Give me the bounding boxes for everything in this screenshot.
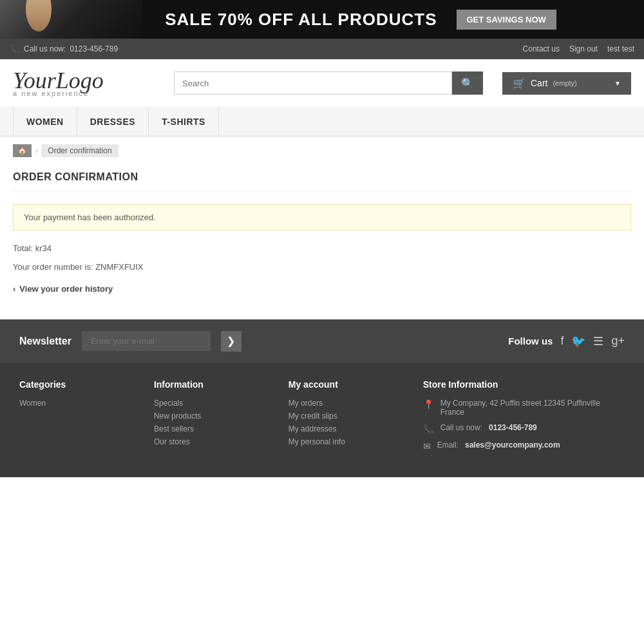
- chevron-down-icon: ▼: [614, 80, 621, 87]
- footer-link-addresses[interactable]: My addresses: [289, 424, 423, 433]
- footer-link-best-sellers[interactable]: Best sellers: [154, 424, 289, 433]
- nav-item-tshirts[interactable]: T-SHIRTS: [149, 108, 219, 136]
- logo-text[interactable]: YourLogo: [13, 69, 155, 92]
- footer-link-new-products[interactable]: New products: [154, 412, 289, 421]
- newsletter-submit-button[interactable]: ❯: [221, 331, 242, 352]
- breadcrumb-home-button[interactable]: 🏠: [13, 144, 32, 157]
- footer-myaccount-title: My account: [289, 379, 423, 390]
- logo-sub: a new experience: [13, 90, 155, 97]
- footer-link-our-stores[interactable]: Our stores: [154, 437, 289, 446]
- phone-icon: 📞: [423, 424, 434, 434]
- footer-link-personal-info[interactable]: My personal info: [289, 437, 423, 446]
- cart-area: 🛒 Cart (empty) ▼: [502, 72, 631, 95]
- sign-out-link[interactable]: Sign out: [569, 44, 598, 53]
- store-email-label: Email:: [437, 440, 459, 450]
- contact-us-link[interactable]: Contact us: [523, 44, 560, 53]
- rss-icon[interactable]: ☰: [593, 334, 603, 348]
- cart-label: Cart: [531, 78, 547, 88]
- phone-label: Call us now:: [24, 44, 66, 53]
- chevron-left-icon: ‹: [13, 284, 15, 294]
- footer-link-women[interactable]: Women: [19, 399, 154, 408]
- total-label: Total:: [13, 243, 33, 253]
- breadcrumb: 🏠 › Order confirmation: [0, 137, 644, 165]
- store-address-item: 📍 My Company, 42 Puffin street 12345 Puf…: [423, 399, 625, 417]
- store-phone-item: 📞 Call us now: 0123-456-789: [423, 423, 625, 434]
- logo-area: YourLogo a new experience: [13, 69, 155, 97]
- googleplus-icon[interactable]: g+: [611, 334, 625, 348]
- nav-item-dresses[interactable]: DRESSES: [77, 108, 149, 136]
- footer-store-title: Store Information: [423, 379, 625, 390]
- footer-store-info-col: Store Information 📍 My Company, 42 Puffi…: [423, 379, 625, 458]
- banner-cta-button[interactable]: GET SAVINGS NOW: [457, 10, 556, 30]
- phone-icon: 📞: [10, 44, 20, 54]
- main-nav: WOMEN DRESSES T-SHIRTS: [0, 108, 644, 137]
- store-email-item: ✉ Email: sales@yourcompany.com: [423, 440, 625, 451]
- newsletter-left: Newsletter ❯: [19, 331, 242, 352]
- order-number-label: Your order number is:: [13, 262, 93, 272]
- alert-message: Your payment has been authorized.: [13, 204, 631, 231]
- cart-status: (empty): [553, 79, 576, 87]
- cart-icon: 🛒: [513, 77, 526, 90]
- topbar-links: Contact us Sign out test test: [523, 44, 634, 53]
- site-header: YourLogo a new experience 🔍 🛒 Cart (empt…: [0, 59, 644, 108]
- search-area: 🔍: [174, 71, 483, 95]
- topbar: 📞 Call us now: 0123-456-789 Contact us S…: [0, 39, 644, 59]
- order-total: Total: kr34: [13, 241, 631, 256]
- breadcrumb-current: Order confirmation: [41, 144, 118, 157]
- search-button[interactable]: 🔍: [452, 71, 483, 95]
- location-icon: 📍: [423, 399, 434, 410]
- footer-information-title: Information: [154, 379, 289, 390]
- order-history-text: View your order history: [19, 284, 113, 294]
- footer-link-my-orders[interactable]: My orders: [289, 399, 423, 408]
- newsletter-label: Newsletter: [19, 336, 71, 347]
- footer-information-col: Information Specials New products Best s…: [154, 379, 289, 458]
- follow-us-label: Follow us: [508, 336, 553, 346]
- phone-number: 0123-456-789: [70, 44, 118, 53]
- topbar-phone: 📞 Call us now: 0123-456-789: [10, 44, 118, 54]
- search-input[interactable]: [174, 71, 452, 95]
- promo-banner: SALE 70% OFF ALL PRODUCTS GET SAVINGS NO…: [0, 0, 644, 39]
- order-history-link[interactable]: ‹ View your order history: [13, 284, 631, 294]
- footer-newsletter: Newsletter ❯ Follow us f 🐦 ☰ g+: [0, 319, 644, 363]
- order-number-value: ZNMFXFUIX: [95, 262, 143, 272]
- banner-image: [0, 0, 142, 39]
- order-number-info: Your order number is: ZNMFXFUIX: [13, 260, 631, 274]
- facebook-icon[interactable]: f: [560, 334, 564, 348]
- nav-item-women[interactable]: WOMEN: [13, 108, 77, 136]
- store-phone-number: 0123-456-789: [489, 423, 537, 432]
- store-address: My Company, 42 Puffin street 12345 Puffi…: [440, 399, 625, 417]
- footer-link-specials[interactable]: Specials: [154, 399, 289, 408]
- user-account-link[interactable]: test test: [607, 44, 634, 53]
- main-content: ORDER CONFIRMATION Your payment has been…: [0, 165, 644, 319]
- footer-categories-title: Categories: [19, 379, 154, 390]
- newsletter-email-input[interactable]: [82, 331, 211, 351]
- store-email-address: sales@yourcompany.com: [465, 440, 560, 450]
- email-icon: ✉: [423, 441, 431, 451]
- footer-categories-col: Categories Women: [19, 379, 154, 458]
- page-title: ORDER CONFIRMATION: [13, 171, 631, 191]
- footer-columns: Categories Women Information Specials Ne…: [0, 363, 644, 477]
- banner-sale-text: SALE 70% OFF ALL PRODUCTS: [165, 10, 437, 30]
- twitter-icon[interactable]: 🐦: [571, 334, 585, 348]
- footer-myaccount-col: My account My orders My credit slips My …: [289, 379, 423, 458]
- breadcrumb-separator: ›: [35, 147, 37, 155]
- footer-link-credit-slips[interactable]: My credit slips: [289, 412, 423, 421]
- newsletter-right: Follow us f 🐦 ☰ g+: [508, 334, 625, 348]
- total-value: kr34: [35, 243, 52, 253]
- cart-button[interactable]: 🛒 Cart (empty) ▼: [502, 72, 631, 95]
- store-phone-label: Call us now:: [440, 423, 482, 432]
